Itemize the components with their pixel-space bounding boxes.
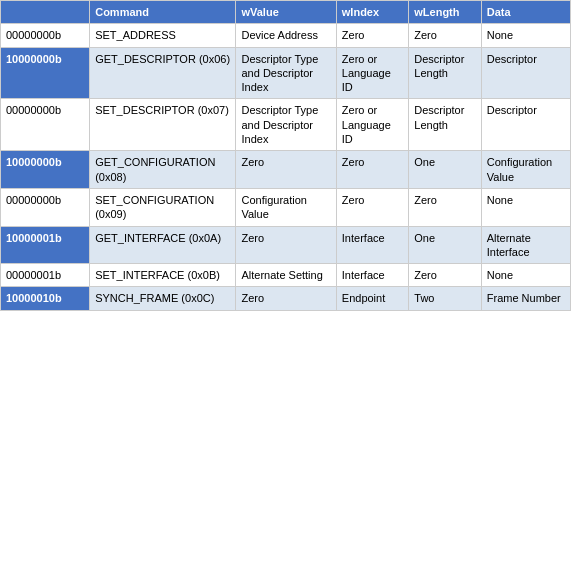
table-cell-4-3: Zero: [336, 188, 408, 226]
table-cell-0-4: Zero: [409, 24, 481, 47]
table-cell-3-4: One: [409, 151, 481, 189]
table-cell-2-0: 00000000b: [1, 99, 90, 151]
table-cell-7-0: 10000010b: [1, 287, 90, 310]
table-cell-7-2: Zero: [236, 287, 336, 310]
table-cell-0-0: 00000000b: [1, 24, 90, 47]
table-cell-1-4: Descriptor Length: [409, 47, 481, 99]
table-cell-0-5: None: [481, 24, 570, 47]
table-row: 00000001bSET_INTERFACE (0x0B)Alternate S…: [1, 264, 571, 287]
table-cell-7-1: SYNCH_FRAME (0x0C): [90, 287, 236, 310]
table-cell-6-2: Alternate Setting: [236, 264, 336, 287]
table-cell-1-3: Zero or Language ID: [336, 47, 408, 99]
usb-commands-table: CommandwValuewIndexwLengthData 00000000b…: [0, 0, 571, 311]
col-header-5: Data: [481, 1, 570, 24]
table-cell-5-0: 10000001b: [1, 226, 90, 264]
table-cell-2-5: Descriptor: [481, 99, 570, 151]
table-cell-5-3: Interface: [336, 226, 408, 264]
table-cell-7-4: Two: [409, 287, 481, 310]
table-cell-4-2: Configuration Value: [236, 188, 336, 226]
table-cell-3-2: Zero: [236, 151, 336, 189]
table-cell-4-0: 00000000b: [1, 188, 90, 226]
table-cell-6-0: 00000001b: [1, 264, 90, 287]
table-cell-5-2: Zero: [236, 226, 336, 264]
col-header-2: wValue: [236, 1, 336, 24]
table-row: 10000010bSYNCH_FRAME (0x0C)ZeroEndpointT…: [1, 287, 571, 310]
table-cell-2-2: Descriptor Type and Descriptor Index: [236, 99, 336, 151]
table-cell-6-5: None: [481, 264, 570, 287]
col-header-3: wIndex: [336, 1, 408, 24]
table-cell-6-1: SET_INTERFACE (0x0B): [90, 264, 236, 287]
table-cell-1-0: 10000000b: [1, 47, 90, 99]
table-cell-1-5: Descriptor: [481, 47, 570, 99]
table-cell-5-1: GET_INTERFACE (0x0A): [90, 226, 236, 264]
table-row: 00000000bSET_DESCRIPTOR (0x07)Descriptor…: [1, 99, 571, 151]
table-cell-0-3: Zero: [336, 24, 408, 47]
table-cell-3-3: Zero: [336, 151, 408, 189]
table-cell-7-3: Endpoint: [336, 287, 408, 310]
table-cell-4-1: SET_CONFIGURATION (0x09): [90, 188, 236, 226]
table-cell-2-1: SET_DESCRIPTOR (0x07): [90, 99, 236, 151]
col-header-1: Command: [90, 1, 236, 24]
table-cell-1-1: GET_DESCRIPTOR (0x06): [90, 47, 236, 99]
table-cell-5-4: One: [409, 226, 481, 264]
table-row: 10000000bGET_CONFIGURATION (0x08)ZeroZer…: [1, 151, 571, 189]
table-cell-2-3: Zero or Language ID: [336, 99, 408, 151]
table-cell-4-5: None: [481, 188, 570, 226]
table-row: 00000000bSET_ADDRESSDevice AddressZeroZe…: [1, 24, 571, 47]
table-cell-3-0: 10000000b: [1, 151, 90, 189]
col-header-4: wLength: [409, 1, 481, 24]
table-cell-6-4: Zero: [409, 264, 481, 287]
table-cell-4-4: Zero: [409, 188, 481, 226]
table-cell-5-5: Alternate Interface: [481, 226, 570, 264]
table-cell-1-2: Descriptor Type and Descriptor Index: [236, 47, 336, 99]
table-cell-3-5: Configuration Value: [481, 151, 570, 189]
table-cell-6-3: Interface: [336, 264, 408, 287]
table-row: 00000000bSET_CONFIGURATION (0x09)Configu…: [1, 188, 571, 226]
table-cell-0-1: SET_ADDRESS: [90, 24, 236, 47]
table-cell-3-1: GET_CONFIGURATION (0x08): [90, 151, 236, 189]
table-row: 10000000bGET_DESCRIPTOR (0x06)Descriptor…: [1, 47, 571, 99]
table-cell-2-4: Descriptor Length: [409, 99, 481, 151]
table-cell-0-2: Device Address: [236, 24, 336, 47]
col-header-0: [1, 1, 90, 24]
table-row: 10000001bGET_INTERFACE (0x0A)ZeroInterfa…: [1, 226, 571, 264]
table-cell-7-5: Frame Number: [481, 287, 570, 310]
